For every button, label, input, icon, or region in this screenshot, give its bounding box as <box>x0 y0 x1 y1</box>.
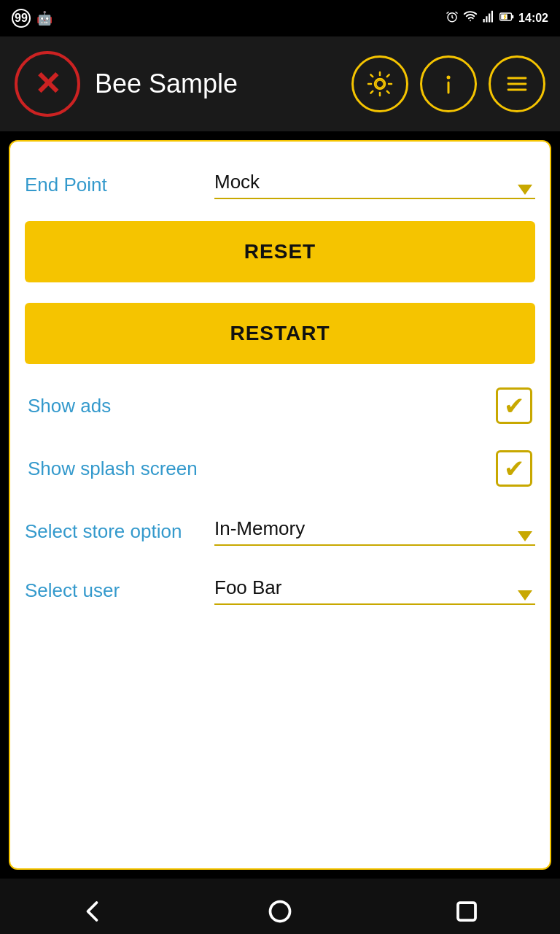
store-option-arrow-icon <box>518 531 532 541</box>
signal-icon <box>482 10 495 26</box>
svg-rect-19 <box>458 903 475 920</box>
endpoint-dropdown[interactable]: Mock <box>214 171 535 199</box>
recents-icon <box>454 898 480 925</box>
back-icon <box>80 898 106 925</box>
select-user-value: Foo Bar <box>214 576 535 605</box>
svg-point-12 <box>376 80 384 88</box>
home-button[interactable] <box>251 889 309 933</box>
store-option-value: In-Memory <box>214 517 535 546</box>
status-bar: 99 🤖 14:02 <box>0 0 560 36</box>
info-button[interactable] <box>420 55 477 112</box>
select-user-arrow-icon <box>518 590 532 601</box>
svg-point-18 <box>271 902 290 922</box>
svg-rect-1 <box>483 19 485 23</box>
show-ads-label: Show ads <box>28 395 111 417</box>
logo-circle: ✕ <box>15 51 80 117</box>
svg-point-14 <box>447 76 451 80</box>
recents-button[interactable] <box>438 889 496 933</box>
select-user-row: Select user Foo Bar <box>25 565 535 617</box>
logo-x-icon: ✕ <box>34 68 61 100</box>
reset-button[interactable]: RESET <box>25 221 535 282</box>
clock-time: 14:02 <box>518 12 548 25</box>
alarm-icon <box>446 10 459 26</box>
app-header: ✕ Bee Sample <box>0 36 560 131</box>
back-button[interactable] <box>64 889 122 933</box>
show-ads-check-icon: ✔ <box>504 393 524 418</box>
settings-button[interactable] <box>351 55 408 112</box>
endpoint-value: Mock <box>214 171 535 199</box>
status-bar-right: 14:02 <box>446 10 548 26</box>
status-bar-left: 99 🤖 <box>12 9 52 28</box>
settings-card: End Point Mock RESET RESTART Show ads ✔ … <box>9 140 551 870</box>
show-splash-row: Show splash screen ✔ <box>25 437 535 500</box>
endpoint-label: End Point <box>25 174 214 196</box>
home-icon <box>267 898 293 925</box>
app-title: Bee Sample <box>95 69 337 99</box>
status-level-icon: 99 <box>12 9 31 28</box>
restart-button[interactable]: RESTART <box>25 303 535 364</box>
svg-rect-2 <box>486 16 487 22</box>
svg-rect-4 <box>491 11 493 23</box>
svg-rect-6 <box>512 15 514 18</box>
show-splash-label: Show splash screen <box>28 458 198 480</box>
endpoint-row: End Point Mock <box>25 159 535 211</box>
header-icons <box>351 55 545 112</box>
main-content: End Point Mock RESET RESTART Show ads ✔ … <box>0 131 560 879</box>
show-ads-row: Show ads ✔ <box>25 374 535 437</box>
info-icon <box>432 68 464 100</box>
settings-icon <box>364 68 396 100</box>
menu-button[interactable] <box>489 55 545 112</box>
show-splash-check-icon: ✔ <box>504 456 524 481</box>
svg-rect-3 <box>489 14 490 23</box>
show-ads-checkbox[interactable]: ✔ <box>496 387 532 424</box>
wifi-icon <box>463 10 478 26</box>
show-splash-checkbox[interactable]: ✔ <box>496 450 532 487</box>
nav-bar <box>0 879 560 934</box>
battery-icon <box>499 10 514 26</box>
select-user-label: Select user <box>25 579 214 602</box>
android-icon: 🤖 <box>36 10 52 26</box>
store-option-dropdown[interactable]: In-Memory <box>214 517 535 546</box>
store-option-label: Select store option <box>25 520 214 543</box>
select-user-dropdown[interactable]: Foo Bar <box>214 576 535 605</box>
endpoint-arrow-icon <box>518 185 532 195</box>
menu-icon <box>501 68 533 100</box>
store-option-row: Select store option In-Memory <box>25 506 535 557</box>
